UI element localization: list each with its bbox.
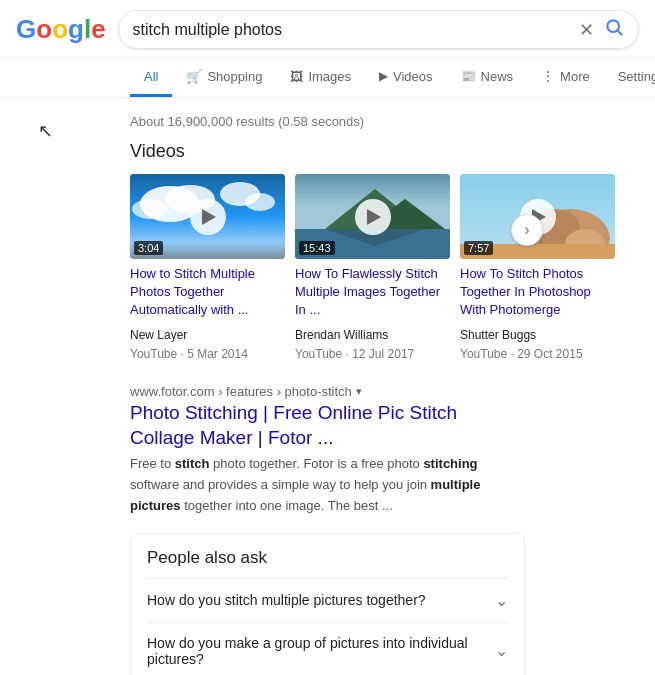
header: Google ✕: [0, 0, 655, 58]
more-icon: ⋮: [541, 68, 555, 84]
videos-section: Videos: [130, 141, 525, 364]
video-thumb-1: 3:04: [130, 174, 285, 259]
paa-item-1[interactable]: How do you stitch multiple pictures toge…: [147, 578, 508, 622]
video-title-2[interactable]: How To Flawlessly Stitch Multiple Images…: [295, 265, 450, 320]
tab-more-label: More: [560, 69, 590, 84]
video-platform-1: YouTube: [130, 347, 177, 361]
video-platform-3: YouTube: [460, 347, 507, 361]
paa-title: People also ask: [147, 548, 508, 568]
video-duration-2: 15:43: [299, 241, 335, 255]
video-date-1: 5 Mar 2014: [187, 347, 248, 361]
nav-tabs: All 🛒 Shopping 🖼 Images ▶ Videos 📰 News …: [0, 58, 655, 98]
paa-question-2: How do you make a group of pictures into…: [147, 635, 495, 667]
url-dropdown-arrow[interactable]: ▾: [356, 385, 362, 398]
video-card-3[interactable]: 7:57 How To Stitch Photos Together In Ph…: [460, 174, 615, 364]
video-date-2: 12 Jul 2017: [352, 347, 414, 361]
videos-icon: ▶: [379, 69, 388, 83]
tab-more[interactable]: ⋮ More: [527, 58, 604, 97]
clear-icon[interactable]: ✕: [579, 19, 594, 41]
tab-shopping-label: Shopping: [207, 69, 262, 84]
shopping-icon: 🛒: [186, 69, 202, 84]
web-result: www.fotor.com › features › photo-stitch …: [130, 384, 525, 517]
search-input[interactable]: [133, 21, 579, 39]
results-area: About 16,900,000 results (0.58 seconds) …: [0, 98, 655, 675]
tab-images-label: Images: [308, 69, 351, 84]
video-channel-1: New Layer: [130, 328, 187, 342]
tab-shopping[interactable]: 🛒 Shopping: [172, 59, 276, 97]
video-card-1[interactable]: 3:04 How to Stitch Multiple Photos Toget…: [130, 174, 285, 364]
paa-chevron-1: ⌄: [495, 591, 508, 610]
search-bar[interactable]: ✕: [118, 10, 639, 49]
videos-section-title: Videos: [130, 141, 525, 162]
play-btn-1[interactable]: [190, 199, 226, 235]
paa-item-2[interactable]: How do you make a group of pictures into…: [147, 622, 508, 675]
video-channel-2: Brendan Williams: [295, 328, 388, 342]
web-result-title[interactable]: Photo Stitching | Free Online Pic Stitch…: [130, 401, 525, 450]
tab-settings[interactable]: Settings: [604, 59, 655, 97]
web-result-desc: Free to stitch photo together. Fotor is …: [130, 454, 525, 516]
video-thumb-3: 7:57: [460, 174, 615, 259]
tab-all[interactable]: All: [130, 59, 172, 97]
video-source-3: Shutter Buggs YouTube · 29 Oct 2015: [460, 326, 615, 364]
video-channel-3: Shutter Buggs: [460, 328, 536, 342]
search-icon[interactable]: [604, 17, 624, 42]
video-thumb-2: 15:43: [295, 174, 450, 259]
video-source-1: New Layer YouTube · 5 Mar 2014: [130, 326, 285, 364]
web-result-url-text: www.fotor.com › features › photo-stitch: [130, 384, 352, 399]
video-duration-3: 7:57: [464, 241, 493, 255]
videos-container: 3:04 How to Stitch Multiple Photos Toget…: [130, 174, 525, 364]
paa-chevron-2: ⌄: [495, 641, 508, 660]
tab-images[interactable]: 🖼 Images: [276, 59, 365, 97]
paa-question-1: How do you stitch multiple pictures toge…: [147, 592, 426, 608]
videos-next-button[interactable]: ›: [511, 214, 543, 246]
google-logo: Google: [16, 14, 106, 45]
tab-videos[interactable]: ▶ Videos: [365, 59, 447, 97]
svg-point-5: [132, 199, 168, 219]
tab-all-label: All: [144, 69, 158, 84]
web-result-url: www.fotor.com › features › photo-stitch …: [130, 384, 525, 399]
images-icon: 🖼: [290, 69, 303, 84]
tab-news-label: News: [481, 69, 514, 84]
svg-point-7: [245, 193, 275, 211]
play-btn-2[interactable]: [355, 199, 391, 235]
tab-news[interactable]: 📰 News: [447, 59, 528, 97]
results-stats: About 16,900,000 results (0.58 seconds): [130, 106, 525, 141]
video-title-1[interactable]: How to Stitch Multiple Photos Together A…: [130, 265, 285, 320]
video-source-2: Brendan Williams YouTube · 12 Jul 2017: [295, 326, 450, 364]
news-icon: 📰: [461, 69, 476, 83]
video-platform-2: YouTube: [295, 347, 342, 361]
video-card-2[interactable]: 15:43 How To Flawlessly Stitch Multiple …: [295, 174, 450, 364]
video-date-3: 29 Oct 2015: [517, 347, 582, 361]
video-duration-1: 3:04: [134, 241, 163, 255]
nav-right: Settings Tools: [604, 59, 655, 97]
tab-settings-label: Settings: [618, 69, 655, 84]
paa-box: People also ask How do you stitch multip…: [130, 533, 525, 675]
tab-videos-label: Videos: [393, 69, 433, 84]
svg-line-1: [618, 31, 622, 35]
video-title-3[interactable]: How To Stitch Photos Together In Photosh…: [460, 265, 615, 320]
